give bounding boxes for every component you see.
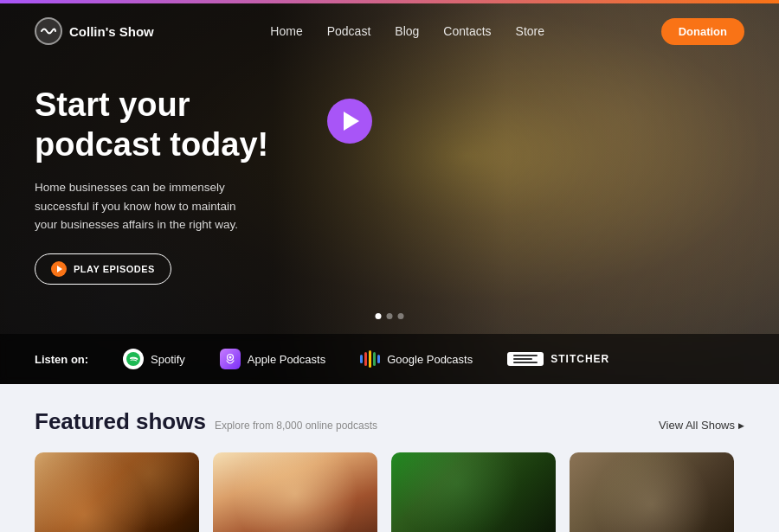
spotify-icon xyxy=(123,349,144,369)
nav-store[interactable]: Store xyxy=(516,24,544,38)
platform-stitcher[interactable]: STITCHER xyxy=(507,352,609,366)
play-dot-icon xyxy=(51,261,67,277)
nav-podcast[interactable]: Podcast xyxy=(327,24,371,38)
dot-3[interactable] xyxy=(398,313,404,319)
hero-dots xyxy=(376,313,404,319)
google-podcasts-icon xyxy=(360,350,380,368)
nav-links: Home Podcast Blog Contacts Store xyxy=(270,23,544,39)
hero-section: Collin's Show Home Podcast Blog Contacts… xyxy=(0,3,779,384)
apple-podcasts-label: Apple Podcasts xyxy=(248,353,325,366)
svg-point-2 xyxy=(229,356,231,359)
featured-title: Featured shows xyxy=(35,408,206,435)
show-card-2[interactable] xyxy=(213,452,377,532)
view-all-shows-link[interactable]: View All Shows xyxy=(659,419,744,432)
google-podcasts-label: Google Podcasts xyxy=(387,353,473,366)
hero-title-wrapper: Start your podcast today! xyxy=(35,86,312,178)
play-episodes-button[interactable]: PLAY EPISODES xyxy=(35,253,171,285)
platform-google-podcasts[interactable]: Google Podcasts xyxy=(360,350,473,368)
stitcher-icon xyxy=(507,352,544,366)
stitcher-label: STITCHER xyxy=(550,353,609,365)
platform-apple-podcasts[interactable]: Apple Podcasts xyxy=(220,349,325,369)
listen-bar: Listen on: Spotify A xyxy=(0,334,779,384)
logo-icon xyxy=(35,17,62,45)
nav-contacts[interactable]: Contacts xyxy=(443,24,491,38)
featured-section: Featured shows Explore from 8,000 online… xyxy=(0,384,779,532)
dot-2[interactable] xyxy=(387,313,393,319)
show-card-1[interactable] xyxy=(35,452,199,532)
site-logo[interactable]: Collin's Show xyxy=(35,17,154,45)
platform-spotify[interactable]: Spotify xyxy=(123,349,185,369)
hero-title: Start your podcast today! xyxy=(35,86,312,164)
featured-title-group: Featured shows Explore from 8,000 online… xyxy=(35,408,377,435)
listen-label: Listen on: xyxy=(35,353,88,366)
apple-podcasts-icon xyxy=(220,349,241,369)
show-card-3[interactable] xyxy=(391,452,556,532)
donation-button[interactable]: Donation xyxy=(661,18,744,45)
play-button[interactable] xyxy=(327,99,372,144)
nav-blog[interactable]: Blog xyxy=(395,24,419,38)
featured-header: Featured shows Explore from 8,000 online… xyxy=(35,408,744,435)
nav-home[interactable]: Home xyxy=(270,24,302,38)
navigation: Collin's Show Home Podcast Blog Contacts… xyxy=(0,7,779,55)
spotify-label: Spotify xyxy=(151,353,185,366)
hero-content: Start your podcast today! Home businesse… xyxy=(35,86,312,285)
hero-subtitle: Home businesses can be immensely success… xyxy=(35,178,260,234)
shows-grid xyxy=(35,452,744,532)
featured-subtitle: Explore from 8,000 online podcasts xyxy=(215,420,377,432)
play-episodes-label: PLAY EPISODES xyxy=(74,264,155,274)
logo-text: Collin's Show xyxy=(69,24,154,39)
dot-1[interactable] xyxy=(376,313,382,319)
show-card-4[interactable] xyxy=(570,452,734,532)
svg-point-0 xyxy=(126,352,140,366)
